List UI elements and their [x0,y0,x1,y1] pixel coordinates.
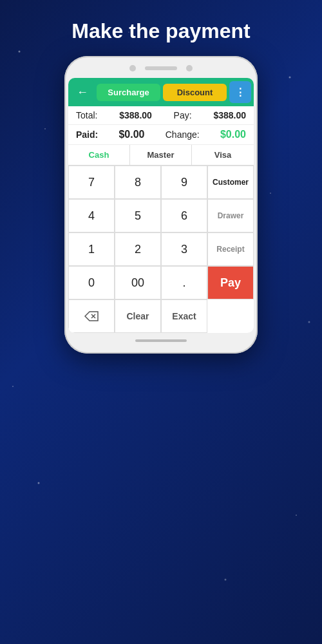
svg-point-5 [12,386,14,387]
svg-point-4 [308,321,310,323]
key-7[interactable]: 7 [68,166,115,199]
key-drawer[interactable]: Drawer [207,199,254,232]
payment-method-cash[interactable]: Cash [68,145,130,165]
pay-value: $388.00 [213,110,246,120]
svg-point-1 [44,128,46,129]
svg-point-0 [19,51,21,53]
total-value: $388.00 [119,110,152,120]
paid-value: $0.00 [118,129,144,140]
numpad: 7 8 9 Customer 4 5 6 Drawer 1 2 3 Receip… [68,166,254,333]
phone-bottom-bar [68,339,254,342]
key-receipt[interactable]: Receipt [207,232,254,266]
svg-point-6 [38,482,40,484]
paid-row: Paid: $0.00 Change: $0.00 [68,125,254,145]
key-9[interactable]: 9 [161,166,207,199]
back-button[interactable]: ← [71,80,94,104]
key-3[interactable]: 3 [161,232,207,266]
more-button[interactable]: ⋮ [229,81,251,103]
key-5[interactable]: 5 [115,199,161,232]
app-header: ← Surcharge Discount ⋮ [68,78,254,106]
phone-speaker [145,66,177,70]
clear-button[interactable]: Clear [115,299,161,333]
svg-point-9 [225,579,227,581]
change-label: Change: [166,129,200,140]
payment-method-master[interactable]: Master [130,145,192,165]
backspace-button[interactable] [68,299,115,333]
svg-point-3 [270,193,271,194]
svg-point-7 [296,515,297,516]
key-00[interactable]: 00 [115,266,161,299]
change-value: $0.00 [220,129,246,140]
key-2[interactable]: 2 [115,232,161,266]
payment-method-visa[interactable]: Visa [192,145,254,165]
home-indicator [135,339,187,342]
key-6[interactable]: 6 [161,199,207,232]
total-label: Total: [76,110,97,120]
phone-screen: ← Surcharge Discount ⋮ Total: $388.00 Pa… [68,78,254,333]
phone-shell: ← Surcharge Discount ⋮ Total: $388.00 Pa… [64,56,258,354]
phone-top-bar [68,65,254,71]
totals-row: Total: $388.00 Pay: $388.00 [68,106,254,125]
key-8[interactable]: 8 [115,166,161,199]
key-0[interactable]: 0 [68,266,115,299]
payment-methods: Cash Master Visa [68,145,254,166]
pay-label: Pay: [174,110,192,120]
svg-point-2 [289,77,291,79]
key-4[interactable]: 4 [68,199,115,232]
discount-button[interactable]: Discount [163,84,227,101]
key-customer[interactable]: Customer [207,166,254,199]
pay-button[interactable]: Pay [207,266,254,299]
phone-camera [129,65,136,71]
key-dot[interactable]: . [161,266,207,299]
exact-button[interactable]: Exact [161,299,207,333]
page-title: Make the payment [71,19,250,43]
phone-camera-2 [186,65,193,71]
key-1[interactable]: 1 [68,232,115,266]
paid-label: Paid: [76,129,98,140]
surcharge-button[interactable]: Surcharge [97,84,160,101]
